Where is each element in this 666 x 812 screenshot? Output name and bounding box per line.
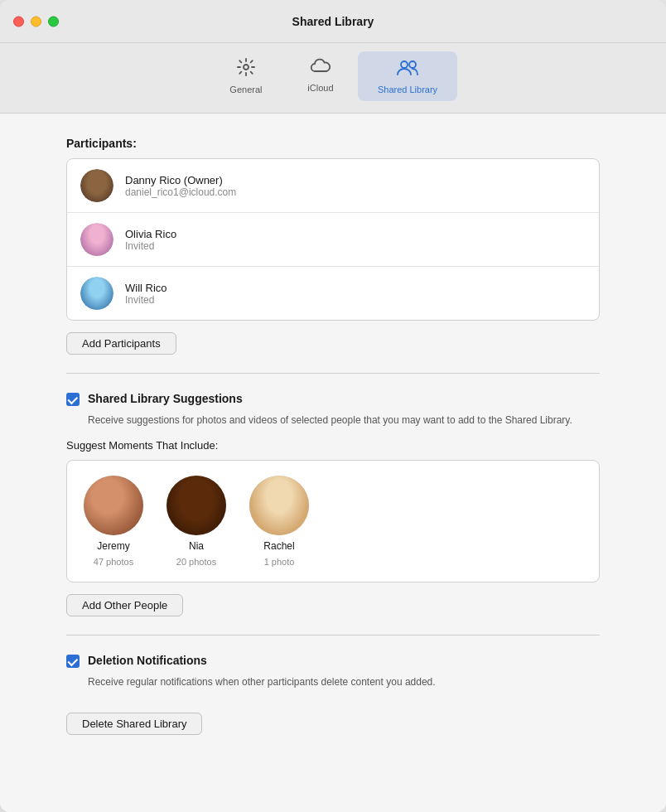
tab-shared-library[interactable]: Shared Library (358, 51, 457, 101)
participant-status: Invited (125, 294, 167, 306)
tab-shared-library-label: Shared Library (378, 85, 437, 94)
person-name-jeremy: Jeremy (97, 540, 129, 552)
avatar-danny (80, 169, 113, 202)
main-content: Participants: Danny Rico (Owner) daniel_… (0, 114, 666, 812)
toolbar: General iCloud Shared Library (0, 43, 666, 114)
traffic-lights (13, 16, 59, 27)
window-title: Shared Library (292, 15, 374, 28)
delete-shared-library-button[interactable]: Delete Shared Library (66, 713, 202, 735)
participant-name: Will Rico (125, 282, 167, 294)
person-count-rachel: 1 photo (264, 557, 295, 567)
svg-point-1 (401, 61, 408, 68)
cloud-icon (310, 58, 331, 80)
suggestions-checkbox-label: Shared Library Suggestions (88, 392, 243, 405)
avatar-jeremy (84, 476, 143, 535)
participant-info-danny: Danny Rico (Owner) daniel_rico1@icloud.c… (125, 174, 236, 198)
participant-name: Olivia Rico (125, 228, 176, 240)
titlebar: Shared Library (0, 0, 666, 43)
divider-2 (66, 635, 600, 636)
svg-point-0 (244, 65, 249, 70)
participants-box: Danny Rico (Owner) daniel_rico1@icloud.c… (66, 158, 600, 321)
svg-point-2 (409, 61, 416, 68)
participant-email: daniel_rico1@icloud.com (125, 186, 236, 198)
deletion-checkbox-label: Deletion Notifications (88, 654, 207, 667)
participant-row: Danny Rico (Owner) daniel_rico1@icloud.c… (67, 159, 599, 213)
add-participants-button[interactable]: Add Participants (66, 332, 176, 355)
avatar-nia (166, 476, 226, 535)
avatar-rachel (249, 476, 309, 535)
tab-general-label: General (229, 85, 262, 94)
person-item-rachel[interactable]: Rachel 1 photo (249, 476, 309, 567)
minimize-button[interactable] (31, 16, 41, 27)
deletion-checkbox-row: Deletion Notifications (66, 654, 600, 668)
close-button[interactable] (13, 16, 24, 27)
maximize-button[interactable] (48, 16, 59, 27)
tab-icloud[interactable]: iCloud (283, 51, 358, 101)
suggestions-checkbox-row: Shared Library Suggestions (66, 392, 600, 406)
tab-general[interactable]: General (209, 51, 283, 101)
suggest-box: Jeremy 47 photos Nia 20 photos Rachel 1 … (66, 460, 600, 582)
deletion-checkbox-desc: Receive regular notifications when other… (88, 674, 600, 689)
suggest-moments-label: Suggest Moments That Include: (66, 439, 600, 452)
divider-1 (66, 373, 600, 374)
participant-status: Invited (125, 240, 176, 252)
participant-info-olivia: Olivia Rico Invited (125, 228, 176, 252)
gear-icon (237, 58, 255, 81)
person-item-nia[interactable]: Nia 20 photos (166, 476, 226, 567)
participants-label: Participants: (66, 137, 600, 150)
suggestions-checkbox[interactable] (66, 393, 80, 406)
participant-row: Will Rico Invited (67, 267, 599, 320)
person-count-nia: 20 photos (176, 557, 216, 567)
person-name-rachel: Rachel (263, 540, 294, 552)
deletion-checkbox[interactable] (66, 655, 80, 668)
shared-library-icon (396, 58, 419, 81)
participant-row: Olivia Rico Invited (67, 213, 599, 267)
tab-icloud-label: iCloud (307, 83, 333, 93)
person-name-nia: Nia (189, 540, 204, 552)
person-item-jeremy[interactable]: Jeremy 47 photos (84, 476, 143, 567)
avatar-will (80, 277, 113, 310)
participant-info-will: Will Rico Invited (125, 282, 167, 306)
person-count-jeremy: 47 photos (94, 557, 133, 567)
add-other-people-button[interactable]: Add Other People (66, 594, 183, 616)
participant-name: Danny Rico (Owner) (125, 174, 236, 186)
app-window: Shared Library General iCloud (0, 0, 666, 812)
avatar-olivia (80, 223, 113, 256)
suggestions-checkbox-desc: Receive suggestions for photos and video… (88, 413, 600, 428)
